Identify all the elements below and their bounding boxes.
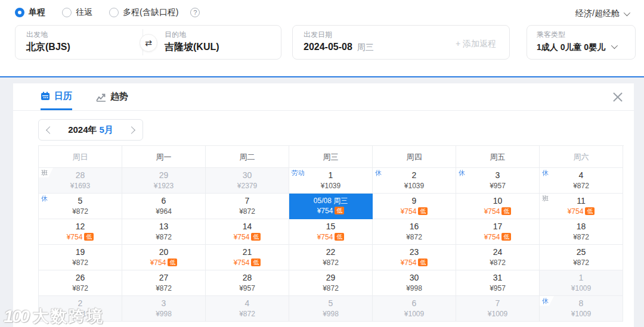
- cell-date: 30: [206, 170, 289, 181]
- tab-calendar-label: 日历: [54, 91, 72, 102]
- calendar-cell[interactable]: 30¥998: [373, 270, 456, 296]
- help-icon[interactable]: ?: [190, 8, 200, 17]
- calendar-cell[interactable]: 12¥754低: [39, 219, 122, 245]
- weekday-header: 周日: [39, 146, 122, 168]
- next-month-icon[interactable]: [128, 126, 135, 134]
- calendar-cell-selected[interactable]: 05/08 周三¥754低: [289, 194, 373, 219]
- cell-date: 6: [122, 195, 205, 207]
- calendar-cell[interactable]: 休4¥872: [540, 168, 623, 194]
- calendar-cell[interactable]: 14¥754低: [206, 219, 289, 245]
- calendar-cell[interactable]: 29¥1923: [122, 168, 206, 194]
- calendar-cell[interactable]: 6¥1009: [373, 296, 456, 322]
- low-price-badge: 低: [335, 207, 344, 214]
- calendar-cell[interactable]: 16¥872: [373, 219, 456, 245]
- close-icon[interactable]: [610, 89, 626, 105]
- price-value: ¥1009: [571, 310, 591, 318]
- calendar-cell[interactable]: 班11¥754低: [540, 194, 623, 219]
- trip-type-option[interactable]: 往返: [62, 7, 92, 18]
- calendar-cell[interactable]: 休2¥1039: [373, 168, 456, 194]
- cell-date: 1: [540, 272, 623, 284]
- swap-glyph: ⇄: [145, 38, 152, 48]
- calendar-panel: 日历 趋势 2024年5月 周日周一周二周三周四周五周六班28¥169329¥1…: [13, 83, 634, 327]
- calendar-cell[interactable]: 班28¥1693: [39, 168, 122, 194]
- cell-date: 18: [540, 221, 623, 232]
- price-value: ¥1009: [488, 310, 507, 318]
- cell-date: 28: [206, 272, 289, 284]
- destination-field[interactable]: 目的地 吉隆坡(KUL): [143, 26, 281, 59]
- calendar-cell[interactable]: 1¥1009: [540, 270, 623, 296]
- calendar-cell[interactable]: 13¥872: [122, 219, 206, 245]
- cell-price: ¥872: [289, 258, 372, 267]
- calendar-cell[interactable]: 休5¥872: [39, 194, 122, 219]
- calendar-cell[interactable]: 21¥754低: [206, 245, 289, 270]
- calendar-cell[interactable]: 10¥754低: [456, 194, 540, 219]
- month-navigator: 2024年5月: [38, 119, 143, 141]
- calendar-cell[interactable]: 4¥872: [206, 296, 289, 322]
- calendar-cell[interactable]: 20¥754低: [122, 245, 206, 270]
- date-fieldbox[interactable]: 出发日期 2024-05-08 周三 + 添加返程: [292, 25, 510, 60]
- calendar-cell[interactable]: 26¥872: [39, 270, 122, 296]
- cell-price: ¥957: [206, 284, 289, 293]
- low-price-badge: 低: [335, 233, 344, 241]
- cell-price: ¥872: [122, 232, 205, 242]
- calendar-cell[interactable]: 19¥872: [39, 245, 122, 270]
- cabin-class-select[interactable]: 经济/超经舱: [575, 8, 628, 19]
- cell-date: 14: [206, 221, 289, 232]
- cell-price: ¥754低: [39, 232, 122, 242]
- price-value: ¥1693: [70, 182, 90, 190]
- month-text: 5月: [100, 124, 113, 135]
- cell-price: ¥1039: [373, 181, 456, 191]
- passenger-label: 乘客类型: [537, 30, 635, 39]
- watermark-logo: 100: [4, 306, 28, 326]
- calendar-cell[interactable]: 3¥998: [122, 296, 206, 322]
- calendar-cell[interactable]: 18¥872: [540, 219, 623, 245]
- price-value: ¥754: [401, 259, 417, 267]
- cell-date: 27: [122, 272, 205, 284]
- calendar-cell[interactable]: 23¥754低: [373, 245, 456, 270]
- add-return-button[interactable]: + 添加返程: [456, 39, 496, 49]
- calendar-cell[interactable]: 5¥998: [289, 296, 373, 322]
- calendar-cell[interactable]: 31¥957: [456, 270, 540, 296]
- price-value: ¥872: [239, 207, 255, 216]
- calendar-cell[interactable]: 7¥1009: [456, 296, 540, 322]
- accent-divider: [0, 76, 644, 77]
- cell-date: 16: [373, 221, 456, 232]
- calendar-cell[interactable]: 24¥872: [456, 245, 540, 270]
- calendar-cell[interactable]: 17¥754低: [456, 219, 540, 245]
- calendar-cell[interactable]: 30¥2379: [206, 168, 289, 194]
- swap-icon[interactable]: ⇄: [140, 34, 157, 52]
- cell-date: 29: [122, 170, 205, 181]
- calendar-cell[interactable]: 28¥957: [206, 270, 289, 296]
- trip-type-option[interactable]: 单程: [15, 7, 45, 18]
- passenger-fieldbox[interactable]: 乘客类型 1成人 0儿童 0婴儿: [527, 25, 636, 60]
- weekday-header: 周六: [540, 146, 623, 168]
- cell-date: 9: [373, 195, 456, 207]
- calendar-cell[interactable]: 27¥872: [122, 270, 206, 296]
- calendar-cell[interactable]: 休3¥957: [456, 168, 540, 194]
- calendar-cell[interactable]: 9¥754低: [373, 194, 456, 219]
- calendar-cell[interactable]: 6¥964: [122, 194, 206, 219]
- calendar-cell[interactable]: 7¥872: [206, 194, 289, 219]
- calendar-cell[interactable]: 25¥872: [540, 245, 623, 270]
- cell-price: ¥754低: [206, 258, 289, 267]
- departure-field[interactable]: 出发地 北京(BJS): [16, 26, 143, 59]
- radio-icon: [62, 8, 72, 17]
- calendar-cell[interactable]: 15¥754低: [289, 219, 373, 245]
- trip-type-option[interactable]: 多程(含缺口程): [109, 7, 178, 18]
- calendar-cell[interactable]: 劳动1¥1039: [289, 168, 373, 194]
- prev-month-icon[interactable]: [46, 126, 54, 134]
- price-value: ¥872: [323, 259, 339, 267]
- low-price-badge: 低: [418, 207, 428, 215]
- price-value: ¥872: [156, 233, 172, 241]
- calendar-cell[interactable]: 29¥872: [289, 270, 373, 296]
- cell-price: ¥1009: [540, 284, 623, 293]
- cell-price: ¥1039: [289, 181, 372, 191]
- weekday-header: 周一: [122, 146, 206, 168]
- tab-trend[interactable]: 趋势: [96, 83, 128, 110]
- calendar-icon: [41, 91, 50, 101]
- calendar-cell[interactable]: 休8¥1009: [540, 296, 623, 322]
- tab-calendar[interactable]: 日历: [41, 83, 72, 110]
- cell-date: 19: [39, 247, 122, 258]
- date-value: 2024-05-08: [304, 40, 352, 54]
- calendar-cell[interactable]: 22¥872: [289, 245, 373, 270]
